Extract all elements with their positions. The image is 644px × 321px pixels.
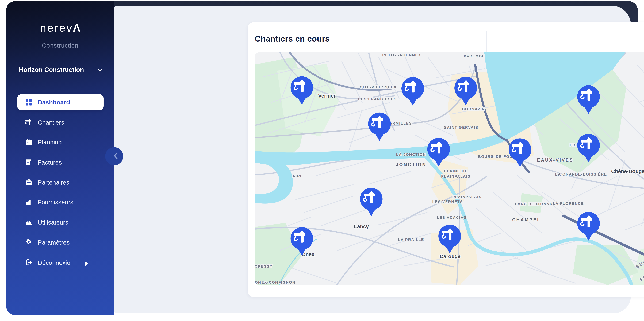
sidebar-item-fournisseurs[interactable]: Fournisseurs: [17, 194, 104, 210]
briefcase-icon: [24, 178, 33, 186]
sidebar-item-label: Utilisateurs: [38, 219, 68, 226]
receipt-icon: [24, 158, 33, 166]
app-stage: Chantiers en cours: [0, 0, 644, 321]
map-label: PLAINE DE: [444, 169, 468, 173]
sidebar-divider: [19, 81, 102, 81]
map-label: LA GRANDE-BOISSIÈRE: [555, 172, 607, 176]
map-label: AIRE: [292, 174, 303, 178]
map-label: Chêne-Bougeries: [611, 168, 644, 174]
map-label: JONCTION: [396, 162, 426, 167]
map-label: LES ACACIAS: [437, 215, 466, 219]
sidebar-menu: DashboardChantiersPlanningFacturesParten…: [17, 94, 104, 274]
sidebar-item-utilisateurs[interactable]: Utilisateurs: [17, 214, 104, 230]
map-label: LA JONCTION: [396, 152, 426, 156]
sidebar-item-label: Factures: [38, 159, 62, 166]
map-label: CHAMPEL: [512, 217, 541, 222]
org-switcher[interactable]: Horizon Construction: [16, 63, 106, 77]
sidebar-item-partenaires[interactable]: Partenaires: [17, 174, 104, 190]
sidebar-item-planning[interactable]: Planning: [17, 134, 104, 150]
page-title: Chantiers en cours: [254, 34, 330, 44]
map-label: CRESSY: [255, 264, 273, 268]
sidebar-collapse-button[interactable]: [105, 147, 123, 166]
org-switcher-label: Horizon Construction: [19, 66, 84, 73]
factory-icon: [24, 198, 33, 206]
map-label: LA FLORENCE: [553, 202, 584, 206]
sidebar-item-parametres[interactable]: Paramètres: [17, 234, 104, 250]
geneva-map: PETIT-SACONNEXVAREMBECITÉ-VIEUSSEUXLES F…: [254, 52, 644, 285]
chantiers-card: Chantiers en cours: [248, 22, 644, 297]
hardhat-icon: [24, 218, 33, 226]
sidebar-item-label: Dashboard: [38, 99, 70, 106]
chevron-down-icon: [96, 66, 104, 73]
map-label: CORNAVIN: [462, 107, 485, 111]
brand-tagline: Construction: [6, 42, 114, 49]
map-label: CITÉ-VIEUSSEUX: [360, 85, 397, 89]
grid-icon: [24, 98, 33, 106]
sidebar-item-label: Fournisseurs: [38, 199, 73, 206]
crane-icon: [24, 118, 33, 126]
map-label: PARC BERTRAND: [515, 202, 553, 206]
sidebar-item-deconnexion[interactable]: Déconnexion: [17, 254, 104, 270]
content-area: Chantiers en cours: [114, 6, 631, 313]
play-icon: [85, 260, 89, 265]
chevron-left-icon: [114, 152, 118, 160]
map-label: LES VERNETS: [432, 200, 463, 204]
brand-logo: nerevΛ: [6, 22, 114, 35]
map-label: PETIT-SACONNEX: [382, 53, 421, 57]
sidebar-item-dashboard[interactable]: Dashboard: [17, 94, 104, 110]
sidebar-item-label: Paramètres: [38, 239, 70, 246]
sidebar-item-label: Partenaires: [38, 179, 69, 186]
map-label: EAUX-VIVES: [537, 157, 574, 163]
map-canvas[interactable]: PETIT-SACONNEXVAREMBECITÉ-VIEUSSEUXLES F…: [254, 52, 644, 285]
map-label: Vernier: [318, 93, 336, 99]
sidebar-item-label: Déconnexion: [38, 259, 74, 266]
map-label: LES FRANCHISES: [358, 97, 396, 101]
map-label: PLAINPALAIS: [441, 174, 470, 178]
sidebar-item-label: Chantiers: [38, 119, 64, 126]
map-label: Lancy: [354, 224, 369, 229]
map-label: Carouge: [440, 253, 460, 259]
logout-icon: [24, 258, 33, 266]
sidebar-item-factures[interactable]: Factures: [17, 154, 104, 170]
map-label: ONEX-CONFIGNON: [255, 280, 296, 284]
calendar-icon: [24, 138, 33, 146]
map-label: LA PRAILLE: [398, 238, 424, 242]
sidebar: nerevΛ Construction Horizon Construction…: [6, 1, 114, 315]
map-label: PLAINPALAIS: [452, 195, 482, 199]
sidebar-item-label: Planning: [38, 139, 62, 146]
sidebar-item-chantiers[interactable]: Chantiers: [17, 114, 104, 130]
gear-icon: [24, 238, 33, 246]
map-label: VAREMBE: [464, 54, 485, 58]
map-label: SAINT-GERVAIS: [444, 125, 478, 129]
